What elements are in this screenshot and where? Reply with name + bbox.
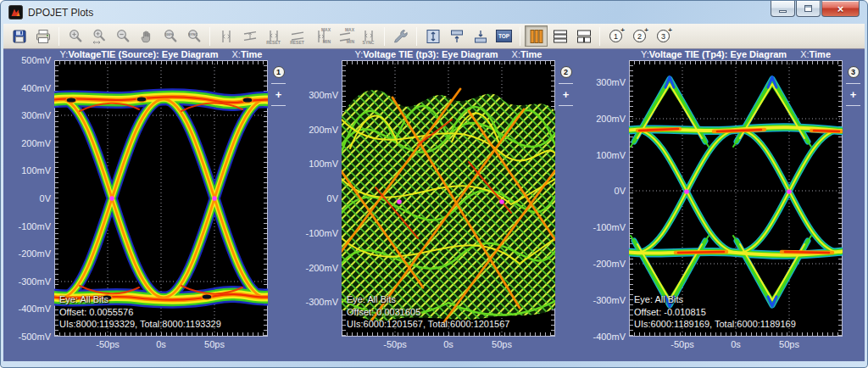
horizontal-cursors-icon — [242, 28, 259, 45]
reset-label: RESET — [287, 41, 308, 45]
x-tick-label: 50ps — [478, 339, 526, 349]
plus-icon: + — [620, 27, 625, 34]
zoom-out-button[interactable] — [111, 25, 134, 47]
y-tick-label: -500mV — [7, 332, 51, 342]
y-tick-label: -100mV — [7, 221, 51, 231]
y-tick-label: -400mV — [7, 304, 51, 314]
dpojet-plots-window: DPOJET Plots × — [0, 0, 868, 368]
wrench-icon — [392, 28, 409, 45]
x-axis-title: Time — [810, 49, 831, 59]
y-axis-prefix: Y: — [641, 49, 649, 59]
plus-icon: + — [644, 27, 648, 34]
minimize-icon — [779, 10, 787, 13]
zoom-out-icon — [114, 28, 131, 45]
x-tick-label: 0s — [425, 339, 472, 349]
plot2-canvas[interactable] — [342, 60, 555, 337]
y-tick-label: 0V — [581, 186, 626, 196]
layout-grid-button[interactable] — [572, 25, 595, 47]
vertical-cursors-button[interactable] — [214, 25, 237, 47]
toolbar-separator — [384, 27, 385, 46]
plots-client-area: Y:VoltageTIE (Source): Eye DiagramX:Time… — [3, 49, 865, 361]
y-tick-label: 300mV — [294, 90, 338, 100]
plot3-canvas[interactable] — [629, 60, 843, 337]
save-icon — [11, 28, 28, 45]
zoom-horizontal-icon — [91, 28, 108, 45]
zoom-in-icon — [67, 28, 84, 45]
settings-wrench-button[interactable] — [389, 25, 412, 47]
plot1-canvas[interactable] — [54, 60, 268, 337]
x-tick-label: 50ps — [191, 339, 238, 349]
zoom-in-button[interactable] — [64, 25, 86, 47]
maximize-button[interactable] — [796, 1, 821, 17]
window-title: DPOJET Plots — [28, 7, 93, 19]
layout-rows-icon — [552, 28, 569, 45]
save-button[interactable] — [8, 25, 31, 47]
y-tick-label: -100mV — [294, 228, 338, 238]
layout-columns-button[interactable] — [525, 25, 548, 47]
plot-number-badge: 3 — [848, 66, 860, 78]
cursors-sync-button[interactable]: SYNC — [357, 25, 380, 47]
plus-icon: + — [668, 27, 672, 34]
layout-rows-button[interactable] — [548, 25, 571, 47]
eye-diagram-1 — [54, 60, 268, 337]
plot-number-badge: 1 — [273, 66, 285, 78]
zoom-100-button[interactable]: 100% — [159, 25, 181, 47]
y-tick-label: 100mV — [7, 165, 51, 176]
top-icon: TOP — [496, 30, 512, 42]
close-button[interactable]: × — [821, 1, 860, 17]
align-top-button[interactable] — [445, 25, 468, 47]
horizontal-cursors-maxmin-button[interactable]: MAX MIN — [333, 25, 356, 47]
zoom-horizontal-button[interactable] — [87, 25, 110, 47]
eye-diagram-2 — [342, 60, 555, 337]
min-label: MIN — [347, 40, 354, 44]
add-measurement-button[interactable]: + — [850, 89, 857, 100]
x-axis-prefix: X: — [512, 49, 520, 59]
plot3-button[interactable]: 3 + — [652, 25, 675, 47]
zoom-100-label: 100% — [164, 32, 174, 36]
plot2-button[interactable]: 2 + — [628, 25, 651, 47]
zoom-sync-label: SYNC — [187, 32, 197, 36]
divider — [271, 83, 286, 84]
y-axis-prefix: Y: — [354, 49, 363, 59]
vertical-cursors-maxmin-button[interactable]: MAX MIN — [309, 25, 332, 47]
y-tick-label: 100mV — [294, 159, 338, 169]
horizontal-cursors-reset-button[interactable]: RESET — [286, 25, 309, 47]
title-bar[interactable]: DPOJET Plots × — [3, 1, 865, 24]
horizontal-cursors-button[interactable] — [238, 25, 261, 47]
pan-button[interactable] — [135, 25, 158, 47]
y-tick-label: 200mV — [294, 125, 338, 135]
plot-title: Voltage TIE (tp3): Eye Diagram — [363, 49, 498, 59]
vertical-cursors-reset-button[interactable]: RESET — [262, 25, 285, 47]
y-axis-prefix: Y: — [60, 49, 69, 59]
add-measurement-button[interactable]: + — [563, 89, 570, 100]
x-tick-label: -50ps — [371, 339, 419, 349]
y-tick-label: 500mV — [7, 55, 51, 65]
x-tick-label: -50ps — [84, 339, 131, 349]
fit-vertical-button[interactable] — [421, 25, 444, 47]
toolbar-separator — [599, 27, 600, 46]
divider — [846, 105, 860, 106]
layout-columns-icon — [528, 28, 545, 45]
y-tick-label: 0V — [7, 193, 51, 204]
plot-title: Voltage TIE (Tp4): Eye Diagram — [649, 49, 787, 59]
toolbar-separator — [520, 27, 520, 46]
add-measurement-button[interactable]: + — [275, 89, 282, 100]
minimize-button[interactable] — [771, 1, 795, 17]
print-button[interactable] — [31, 25, 54, 47]
divider — [559, 83, 573, 84]
y-tick-label: -200mV — [294, 263, 338, 273]
y-tick-label: -400mV — [581, 332, 626, 342]
maximize-icon — [804, 5, 812, 12]
toolbar: 100% SYNC — [3, 24, 865, 49]
divider — [846, 83, 860, 84]
y-tick-label: -300mV — [294, 297, 338, 307]
align-bottom-button[interactable] — [469, 25, 492, 47]
plot1-button[interactable]: 1 + — [604, 25, 627, 47]
top-button[interactable]: TOP — [492, 25, 515, 47]
zoom-100-icon: 100% — [162, 28, 179, 45]
x-tick-label: 50ps — [765, 339, 813, 349]
zoom-sync-button[interactable]: SYNC — [182, 25, 205, 47]
x-tick-label: -50ps — [659, 339, 706, 349]
y-tick-label: 200mV — [581, 114, 626, 124]
sync-label: SYNC — [358, 41, 379, 45]
